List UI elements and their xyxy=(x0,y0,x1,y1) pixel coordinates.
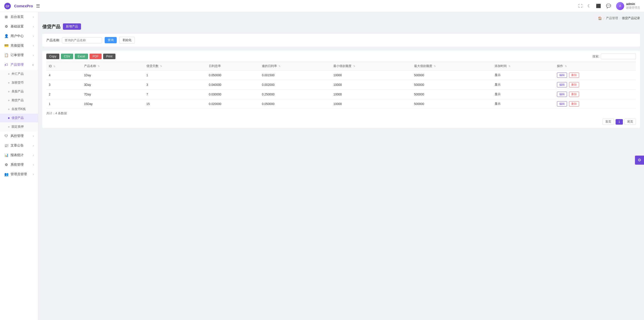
sidebar-item-admin[interactable]: 👥 管理员管理 ‹ xyxy=(0,169,38,179)
table-search-input[interactable] xyxy=(601,54,636,59)
col-daily-rate[interactable]: 日利息率 xyxy=(206,62,259,70)
cell-action: 编辑 删除 xyxy=(554,70,636,80)
table-search-label: 搜索: xyxy=(592,54,599,59)
app-name: ComexPro xyxy=(14,4,33,8)
sidebar-item-crypto-kline[interactable]: 自发币K线 xyxy=(0,105,38,114)
search-input[interactable] xyxy=(62,37,102,43)
sidebar-label-articles: 文章公告 xyxy=(11,143,24,148)
table-row: 4 1Day 1 0.050000 0.001500 10000 500000 … xyxy=(46,70,636,80)
sidebar-item-forex[interactable]: 外汇产品 xyxy=(0,69,38,78)
sidebar-item-product-management[interactable]: 🏷 产品管理 ∨ xyxy=(0,60,38,69)
sidebar-item-reports[interactable]: 📊 报表统计 ‹ xyxy=(0,150,38,160)
cell-min-amount: 10000 xyxy=(331,80,411,90)
dot-icon xyxy=(8,126,10,128)
cell-loan-days: 7 xyxy=(144,90,206,99)
hamburger-icon[interactable]: ☰ xyxy=(36,3,40,9)
cell-min-amount: 10000 xyxy=(331,90,411,99)
cell-product-name: 3Day xyxy=(82,80,144,90)
col-id[interactable]: ID ⇅ xyxy=(46,62,82,70)
sidebar-item-us-stocks[interactable]: 美股产品 xyxy=(0,87,38,96)
export-buttons: Copy CSV Excel PDF Print xyxy=(46,54,115,59)
cell-id: 4 xyxy=(46,70,82,80)
cell-max-amount: 500000 xyxy=(412,99,492,109)
system-icon: ⚙ xyxy=(4,163,9,167)
sidebar-label-system: 系统管理 xyxy=(11,162,24,167)
dot-icon xyxy=(8,91,10,92)
chevron-icon: ‹ xyxy=(33,15,34,18)
sidebar-label-recharge: 充值提现 xyxy=(11,43,24,48)
col-add-time[interactable]: 添加时间 ⇅ xyxy=(492,62,554,70)
first-page-button[interactable]: 首页 xyxy=(602,119,614,125)
col-min-amount[interactable]: 最小借款额度 ⇅ xyxy=(331,62,411,70)
col-overdue-rate[interactable]: 逾的日利率 ⇅ xyxy=(259,62,331,70)
cell-overdue-rate: 0.050000 xyxy=(259,99,331,109)
sidebar-item-user-center[interactable]: 👤 用户中心 ‹ xyxy=(0,31,38,41)
csv-button[interactable]: CSV xyxy=(61,54,73,59)
delete-button[interactable]: 删除 xyxy=(569,101,579,106)
chevron-icon: ‹ xyxy=(33,163,34,166)
last-page-button[interactable]: 尾页 xyxy=(624,119,636,125)
cell-action: 编辑 删除 xyxy=(554,99,636,109)
settings-gear-icon: ⚙ xyxy=(638,158,641,162)
screen-icon[interactable]: ⬛ xyxy=(596,4,601,8)
sidebar-item-system[interactable]: ⚙ 系统管理 ‹ xyxy=(0,160,38,169)
print-button[interactable]: Print xyxy=(103,54,115,59)
sidebar-item-recharge[interactable]: 💳 充值提现 ‹ xyxy=(0,41,38,50)
reports-icon: 📊 xyxy=(4,153,9,157)
delete-button[interactable]: 删除 xyxy=(569,92,579,97)
sidebar-label-orders: 订单管理 xyxy=(11,53,24,57)
chevron-icon: ‹ xyxy=(33,54,34,57)
message-icon[interactable]: 💬 xyxy=(606,4,611,8)
cell-id: 2 xyxy=(46,90,82,99)
cell-product-name: 1Day xyxy=(82,70,144,80)
avatar: A xyxy=(616,2,624,10)
sidebar-item-basic-settings[interactable]: ⚙ 基础设置 ‹ xyxy=(0,22,38,31)
breadcrumb-home-icon[interactable]: 🏠 xyxy=(598,16,602,20)
header-right: ⛶ ☾ ⬛ 💬 A admin 超级管理员 xyxy=(578,2,640,10)
edit-button[interactable]: 编辑 xyxy=(557,101,567,106)
sidebar-label-user-center: 用户中心 xyxy=(11,34,24,38)
cell-product-name: 7Day xyxy=(82,90,144,99)
sort-icon: ⇅ xyxy=(434,65,436,67)
copy-button[interactable]: Copy xyxy=(46,54,59,59)
sort-icon: ⇅ xyxy=(53,65,55,68)
col-product-name[interactable]: 产品名称 ⇅ xyxy=(82,62,144,70)
cell-loan-days: 3 xyxy=(144,80,206,90)
delete-button[interactable]: 删除 xyxy=(569,82,579,87)
reset-button[interactable]: 初始化 xyxy=(119,37,135,44)
edit-button[interactable]: 编辑 xyxy=(557,92,567,97)
sidebar-item-orders[interactable]: 📋 订单管理 ‹ xyxy=(0,50,38,60)
pdf-button[interactable]: PDF xyxy=(90,54,102,59)
cell-daily-rate: 0.030000 xyxy=(206,90,259,99)
sidebar-item-futures[interactable]: 期货产品 xyxy=(0,96,38,105)
delete-button[interactable]: 删除 xyxy=(569,73,579,78)
sidebar-label-products: 产品管理 xyxy=(11,62,24,67)
page-1-button[interactable]: 1 xyxy=(616,119,623,125)
chevron-icon: ‹ xyxy=(33,154,34,157)
sidebar-item-dashboard[interactable]: ⊞ 后台首页 ‹ xyxy=(0,12,38,22)
sidebar-item-loan-products[interactable]: 借贷产品 xyxy=(0,114,38,122)
search-button[interactable]: 查询 xyxy=(105,37,117,43)
sidebar-item-articles[interactable]: 📰 文章公告 ‹ xyxy=(0,141,38,150)
new-product-button[interactable]: 新增产品 xyxy=(63,23,81,30)
float-settings-button[interactable]: ⚙ xyxy=(635,156,644,165)
sidebar-item-fixed-pledge[interactable]: 固定质押 xyxy=(0,122,38,131)
col-loan-days[interactable]: 借贷天数 ⇅ xyxy=(144,62,206,70)
sidebar-item-risk-control[interactable]: 🛡 风控管理 ‹ xyxy=(0,131,38,141)
dark-mode-icon[interactable]: ☾ xyxy=(587,4,591,8)
user-icon: 👤 xyxy=(4,34,9,38)
cell-daily-rate: 0.020000 xyxy=(206,99,259,109)
sidebar-item-crypto[interactable]: 加密货币 xyxy=(0,78,38,87)
edit-button[interactable]: 编辑 xyxy=(557,82,567,87)
fullscreen-icon[interactable]: ⛶ xyxy=(578,4,582,8)
dot-icon xyxy=(8,73,10,75)
main-layout: ⊞ 后台首页 ‹ ⚙ 基础设置 ‹ 👤 用户中心 ‹ 💳 充值提现 xyxy=(0,12,644,320)
user-info[interactable]: A admin 超级管理员 xyxy=(616,2,640,10)
content-area: 🏠 / 产品管理 / 借贷产品记录 借贷产品 新增产品 产品名称 查询 初始化 … xyxy=(38,12,644,320)
edit-button[interactable]: 编辑 xyxy=(557,73,567,78)
cell-max-amount: 500000 xyxy=(412,70,492,80)
top-header: CP ComexPro ☰ ⛶ ☾ ⬛ 💬 A admin 超级管理员 xyxy=(0,0,644,12)
excel-button[interactable]: Excel xyxy=(75,54,88,59)
col-action[interactable]: 操作 ⇅ xyxy=(554,62,636,70)
col-max-amount[interactable]: 最大借款额度 ⇅ xyxy=(412,62,492,70)
